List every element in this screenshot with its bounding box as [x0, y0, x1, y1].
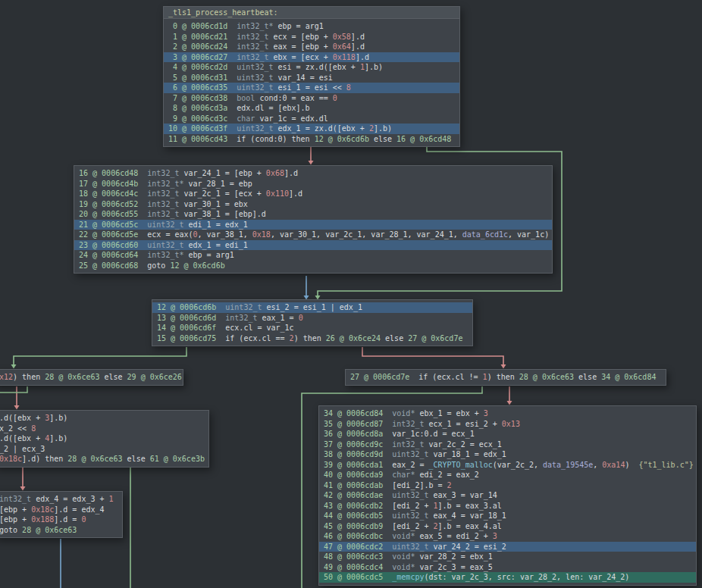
il-token: var_28_1 = ebp	[183, 180, 252, 188]
il-token: ) then	[13, 373, 45, 381]
il-row[interactable]: 9 @ 0006cd3c char var_1c = edx.dl	[164, 114, 459, 124]
address-label: 6 @ 0006cd35	[168, 83, 237, 92]
il-row[interactable]: 49 @ 0006cdc4 void* var_2c_3 = eax_5	[319, 562, 696, 573]
il-row[interactable]: [ebp + 0x18c].d = edx_4	[0, 505, 122, 515]
il-token: var_1c:0.d = ecx_1	[392, 430, 474, 438]
il-token: int32_t	[147, 210, 179, 218]
il-row[interactable]: 14 @ 0006cd6f ecx.cl = var_1c	[152, 323, 472, 333]
il-row[interactable]: 19 @ 0006cd52 int32_t var_30_1 = ebx	[74, 199, 552, 210]
il-token: edx_1 = edi_1	[183, 241, 247, 249]
il-token: ) then	[487, 373, 519, 381]
il-row[interactable]: 38 @ 0006cd9d uint32_t var_18_1 = edx_1	[319, 449, 696, 460]
il-row[interactable]: 6 @ 0006cd35 uint32_t esi_1 = esi << 8	[164, 83, 459, 93]
il-row[interactable]: 18 @ 0006cd4c int32_t var_2c_1 = [ecx + …	[74, 189, 552, 199]
edge-arrowhead	[501, 364, 506, 369]
il-row[interactable]: x12) then 28 @ 0x6ce63 else 29 @ 0x6ce26	[0, 372, 183, 383]
address-label: 2 @ 0006cd24	[168, 42, 237, 51]
il-row[interactable]: 24 @ 0006cd64 int32_t* ebp = arg1	[74, 250, 552, 261]
il-row[interactable]: 16 @ 0006cd48 int32_t var_24_1 = [ebp + …	[74, 168, 552, 179]
il-token: uint32_t	[392, 450, 428, 458]
il-row[interactable]: 10 @ 0006cd3f uint32_t edx_1 = zx.d([ebx…	[164, 124, 459, 134]
il-token: 28 @ 0x6ce63	[67, 455, 122, 463]
il-token: 61 @ 0x6ce3b	[150, 455, 205, 463]
il-row[interactable]: 5 @ 0006cd31 uint32_t var_14 = esi	[164, 73, 459, 83]
address-label: 50 @ 0006cdc5	[324, 573, 392, 581]
il-row[interactable]: 12 @ 0006cd6b uint32_t esi_2 = esi_1 | e…	[152, 302, 472, 313]
address-label: 17 @ 0006cd4b	[79, 180, 147, 188]
address-label: 24 @ 0006cd64	[79, 251, 147, 259]
il-row[interactable]: 48 @ 0006cdc3 void* var_28_2 = ebx_1	[319, 552, 696, 562]
il-token: uint32_t	[392, 491, 428, 499]
il-token: 28 @ 0x6ce63	[519, 373, 574, 381]
il-row[interactable]: 21 @ 0006cd5c uint32_t edi_1 = edx_1	[74, 220, 552, 230]
basic-block-0006ce24: x12) then 28 @ 0x6ce63 else 29 @ 0x6ce26	[0, 369, 183, 386]
il-row[interactable]: 35 @ 0006cd87 int32_t ecx_1 = esi_2 + 0x…	[319, 419, 696, 430]
il-token: data_19545e	[543, 461, 593, 469]
il-row[interactable]: 0x18c].d) then 28 @ 0x6ce63 else 61 @ 0x…	[0, 454, 208, 464]
il-token: else	[99, 373, 127, 381]
il-token: 26 @ 0x6ce24	[326, 334, 381, 342]
il-row[interactable]: 11 @ 0006cd43 if (cond:0) then 12 @ 0x6c…	[164, 134, 459, 145]
il-token: goto	[0, 526, 22, 534]
il-row[interactable]: 25 @ 0006cd68 goto 12 @ 0x6cd6b	[74, 261, 552, 271]
address-label: 42 @ 0006cdae	[324, 491, 392, 499]
il-row[interactable]: 1 @ 0006cd21 int32_t ecx = [ebp + 0x58].…	[164, 32, 459, 42]
il-token: ].d =	[54, 515, 81, 524]
il-token: uint32_t	[237, 74, 273, 82]
function-name-header[interactable]: _tls1_process_heartbeat:	[164, 7, 459, 19]
il-row[interactable]: 20 @ 0006cd55 int32_t var_38_1 = [ebp].d	[74, 209, 552, 220]
il-row[interactable]: 3 @ 0006cd27 int32_t ebx = [ecx + 0x118]…	[164, 52, 459, 63]
il-token: _memcpy	[392, 573, 424, 581]
il-row[interactable]: 34 @ 0006cd84 void* ebx_1 = ebx + 3	[319, 408, 696, 419]
il-row[interactable]: 43 @ 0006cdb2 [edi_2 + 1].b = eax_3.al	[319, 501, 696, 511]
il-token: int32_t	[392, 440, 424, 449]
il-row[interactable]: int32_t edx_4 = edx_3 + 1	[0, 494, 122, 505]
il-token: var_2c_3 = eax_5	[415, 563, 492, 571]
il-row[interactable]: 0 @ 0006cd1d int32_t* ebp = arg1	[164, 21, 459, 32]
il-row[interactable]: 42 @ 0006cdae uint32_t eax_3 = var_14	[319, 490, 696, 501]
il-row[interactable]: 39 @ 0006cda1 eax_2 = _CRYPTO_malloc(var…	[319, 460, 696, 471]
il-row[interactable]: 45 @ 0006cdb9 [edi_2 + 2].b = eax_4.al	[319, 521, 696, 532]
il-token: var_2c_1 = [ecx +	[179, 189, 265, 198]
il-row[interactable]: 27 @ 0006cd7e if (ecx.cl != 1) then 28 @…	[346, 372, 666, 383]
il-row[interactable]: [ebp + 0x188].d = 0	[0, 514, 122, 525]
instruction-rows: x12) then 28 @ 0x6ce63 else 29 @ 0x6ce26	[0, 370, 183, 385]
il-row[interactable]: .d([ebx + 3].b)	[0, 413, 208, 424]
il-row[interactable]: _2 | ecx_3	[0, 444, 208, 455]
il-row[interactable]: 15 @ 0006cd75 if (ecx.cl == 2) then 26 @…	[152, 333, 472, 344]
il-row[interactable]: 40 @ 0006cda9 char* edi_2 = eax_2	[319, 470, 696, 480]
il-row[interactable]: .d([ebx + 4].b)	[0, 433, 208, 444]
il-row[interactable]: 41 @ 0006cdab [edi_2].b = 2	[319, 480, 696, 491]
il-token: 0x110	[266, 189, 289, 198]
il-row[interactable]: 17 @ 0006cd4b int32_t* var_28_1 = ebp	[74, 179, 552, 189]
instruction-rows: 34 @ 0006cd84 void* ebx_1 = ebx + 335 @ …	[319, 406, 696, 585]
address-label: 46 @ 0006cdbc	[324, 532, 392, 540]
il-row[interactable]: 2 @ 0006cd24 int32_t eax = [ebp + 0x64].…	[164, 42, 459, 52]
address-label: 44 @ 0006cdb5	[324, 511, 392, 520]
il-row[interactable]: 22 @ 0006cd5e ecx = eax(0, var_38_1, 0x1…	[74, 230, 552, 240]
il-token: 0x18	[252, 230, 271, 239]
address-label: 5 @ 0006cd31	[168, 74, 237, 82]
address-label: 37 @ 0006cd9c	[324, 440, 392, 449]
graph-canvas[interactable]: _tls1_process_heartbeat: 0 @ 0006cd1d in…	[0, 0, 702, 588]
il-token: var_28_2 = ebx_1	[415, 552, 492, 561]
address-label: 19 @ 0006cd52	[79, 200, 147, 208]
il-token: 0x13	[502, 420, 520, 428]
il-row[interactable]: 13 @ 0006cd6d int32_t eax_1 = 0	[152, 313, 472, 324]
il-row[interactable]: 50 @ 0006cdc5 _memcpy(dst: var_2c_3, src…	[319, 572, 696, 583]
il-row[interactable]: 37 @ 0006cd9c int32_t var_2c_2 = ecx_1	[319, 439, 696, 450]
il-row[interactable]: 23 @ 0006cd60 uint32_t edx_1 = edi_1	[74, 240, 552, 251]
il-token: edx.dl = [ebx].b	[237, 104, 309, 112]
il-row[interactable]: 4 @ 0006cd2d uint32_t esi = zx.d([ebx + …	[164, 62, 459, 73]
il-row[interactable]: 44 @ 0006cdb5 uint32_t eax_4 = var_18_1	[319, 511, 696, 521]
il-row[interactable]: 36 @ 0006cd8a var_1c:0.d = ecx_1	[319, 429, 696, 439]
il-row[interactable]: 7 @ 0006cd38 bool cond:0 = eax == 0	[164, 93, 459, 104]
address-label: 27 @ 0006cd7e	[350, 373, 418, 381]
il-token: 16 @ 0x6cd48	[396, 135, 451, 143]
address-label: 15 @ 0006cd75	[157, 334, 225, 342]
il-row[interactable]: 47 @ 0006cdc2 uint32_t var_24_2 = esi_2	[319, 542, 696, 552]
il-row[interactable]: x_2 << 8	[0, 424, 208, 434]
il-row[interactable]: 8 @ 0006cd3a edx.dl = [ebx].b	[164, 103, 459, 114]
il-row[interactable]: goto 28 @ 0x6ce63	[0, 525, 122, 536]
il-row[interactable]: 46 @ 0006cdbc void* eax_5 = edi_2 + 3	[319, 531, 696, 542]
